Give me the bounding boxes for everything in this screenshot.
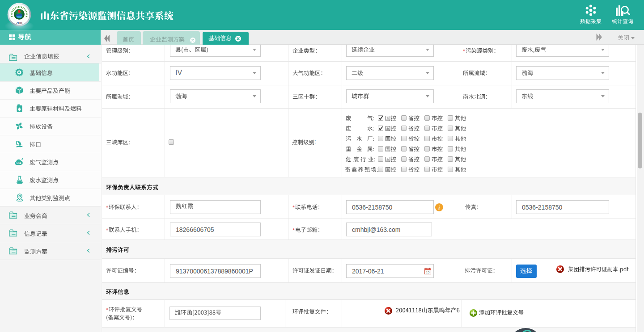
svg-text:15: 15 xyxy=(426,271,430,274)
svg-text:CO: CO xyxy=(17,161,21,164)
svg-text:ZHB: ZHB xyxy=(16,21,22,25)
